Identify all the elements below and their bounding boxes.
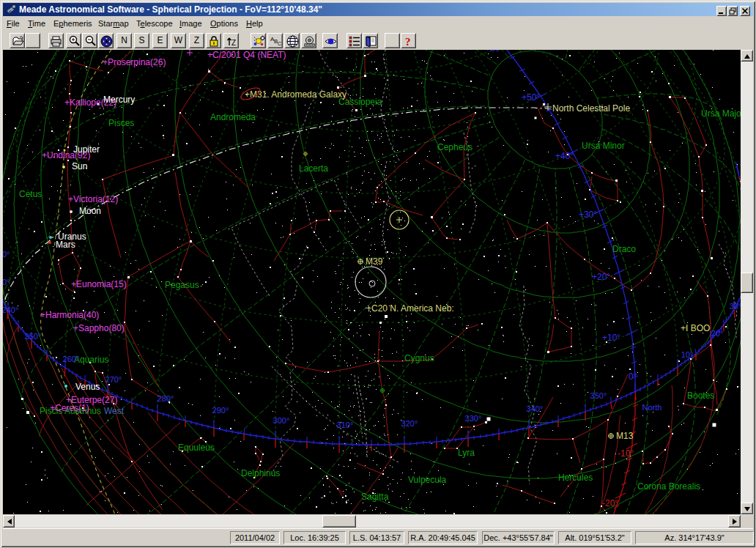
svg-text:?: ? [405,36,411,48]
svg-text:+Proserpina(26): +Proserpina(26) [103,57,166,67]
svg-text:300°: 300° [273,416,290,425]
svg-text:Jupiter: Jupiter [73,144,100,155]
svg-text:+Harmonia(40): +Harmonia(40) [40,310,99,320]
svg-text:North Celestial Pole: North Celestial Pole [552,103,630,114]
svg-text:Mercury: Mercury [103,95,135,105]
svg-text:Venus: Venus [75,382,100,392]
svg-text:0°: 0° [3,250,10,259]
svg-text:Sagitta: Sagitta [361,492,389,502]
svg-text:310°: 310° [337,421,354,429]
svg-text:-20°: -20° [602,498,618,508]
svg-text:Delphinus: Delphinus [241,468,280,478]
svg-text:M39: M39 [366,256,383,267]
svg-text:+I BOO: +I BOO [681,323,710,333]
svg-text:+Sappho(80): +Sappho(80) [73,323,125,333]
svg-text:+C/2001 Q4 (NEAT): +C/2001 Q4 (NEAT) [207,50,286,60]
svg-text:260°: 260° [63,355,80,363]
svg-text:280°: 280° [158,394,174,403]
svg-text:+Eunomia(15): +Eunomia(15) [71,279,127,289]
svg-text:-10°: -10° [618,448,634,459]
svg-text:Sun: Sun [72,161,87,171]
svg-text:30°: 30° [730,302,741,311]
svg-text:Lyra: Lyra [458,448,475,458]
svg-text:Hercules: Hercules [558,473,593,483]
svg-text:Lacerta: Lacerta [299,163,328,174]
svg-text:10°: 10° [681,350,694,359]
svg-text:C: C [278,41,281,46]
svg-text:+60°: +60° [485,50,503,53]
svg-text:North: North [642,403,662,412]
svg-text:+20°: +20° [592,272,610,282]
svg-text:340°: 340° [527,404,544,413]
svg-text:270°: 270° [105,375,122,384]
svg-text:Equuleus: Equuleus [178,443,215,453]
svg-text:Cetus: Cetus [19,189,42,199]
svg-text:+C20 N. America Neb:: +C20 N. America Neb: [366,303,454,314]
svg-text:+40°: +40° [555,151,574,161]
svg-text:+50°: +50° [522,92,540,103]
svg-text:240°: 240° [3,306,18,314]
svg-text:Vulpecula: Vulpecula [408,475,447,485]
svg-text:Bootes: Bootes [687,390,714,401]
svg-text:320°: 320° [401,419,418,428]
svg-text:West: West [104,406,125,416]
svg-text:Mars: Mars [56,240,75,250]
svg-text:Andromeda: Andromeda [210,112,256,122]
svg-text:Ursa Minor: Ursa Minor [582,141,625,151]
svg-text:20°: 20° [711,329,724,338]
svg-text:290°: 290° [212,406,229,415]
svg-text:+30°: +30° [579,210,597,220]
svg-text:Cepheus: Cepheus [437,142,472,152]
svg-text:Z: Z [231,39,236,47]
svg-text:Pisces: Pisces [108,118,134,128]
svg-text:Draco: Draco [612,244,636,254]
svg-text:M13: M13 [616,431,634,441]
svg-text:Cygnus: Cygnus [404,353,434,363]
svg-text:330°: 330° [465,414,482,423]
svg-text:Corona Borealis: Corona Borealis [637,481,700,492]
svg-text:+10°: +10° [602,333,620,343]
svg-text:+Victoria(12): +Victoria(12) [68,194,118,204]
svg-text:+Ceres(1): +Ceres(1) [50,403,89,413]
svg-text:0°: 0° [3,278,10,286]
svg-text:Moon: Moon [79,206,101,216]
svg-text:250°: 250° [25,332,42,341]
svg-text:0°: 0° [629,371,637,382]
svg-text:350°: 350° [590,391,607,400]
svg-text:Pegasus: Pegasus [165,280,199,290]
svg-text:Ursa Major: Ursa Major [701,108,741,119]
